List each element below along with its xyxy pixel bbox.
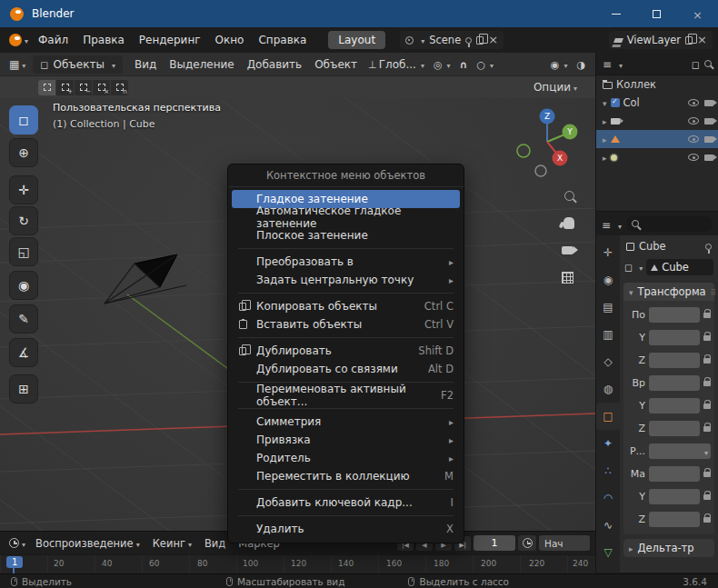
ctx-item-snap[interactable]: Привязка — [232, 431, 460, 449]
mode-select[interactable]: Объекты — [33, 55, 123, 74]
close-button[interactable] — [677, 0, 718, 27]
selectmode-subtract[interactable]: − — [75, 80, 92, 95]
render-toggle-icon[interactable] — [704, 154, 713, 161]
location-z-field[interactable] — [649, 353, 700, 368]
chevron-down-icon[interactable] — [418, 34, 424, 46]
tab-physics[interactable]: ◠ — [596, 484, 620, 512]
collection-checkbox[interactable] — [611, 98, 620, 107]
tab-render[interactable]: ◉ — [596, 266, 620, 294]
tab-scene[interactable]: ◇ — [596, 348, 620, 375]
disclosure-open-icon[interactable] — [603, 96, 607, 109]
tab-output[interactable]: ▤ — [596, 294, 620, 321]
ctx-item-move-to-collection[interactable]: Переместить в коллекциюM — [232, 467, 460, 485]
transform-section-header[interactable]: Трансформа — [623, 283, 714, 301]
browse-mesh-icon[interactable] — [624, 261, 633, 274]
maximize-button[interactable] — [636, 0, 677, 27]
menu-window[interactable]: Окно — [208, 32, 252, 48]
delta-transform-section-header[interactable]: Дельта-тр — [623, 539, 714, 557]
hide-toggle-icon[interactable] — [688, 135, 699, 143]
camera-view-button[interactable] — [555, 238, 579, 262]
selectmode-set[interactable] — [38, 80, 55, 95]
tab-tool[interactable]: ✛ — [596, 239, 620, 266]
frame-start-field[interactable]: Нач — [539, 535, 590, 551]
rotation-z-field[interactable] — [649, 421, 700, 436]
menu-view[interactable]: Вид — [128, 56, 163, 73]
transform-orientation-select[interactable]: Глоб... — [364, 56, 429, 73]
outliner-row-camera[interactable] — [596, 112, 718, 130]
tab-world[interactable]: ◍ — [596, 375, 620, 403]
timeline-editor-type-button[interactable] — [5, 535, 29, 552]
location-x-field[interactable] — [649, 307, 700, 323]
proportional-editing-toggle[interactable] — [472, 56, 498, 73]
ctx-item-rename-active[interactable]: Переименовать активный объект...F2 — [232, 386, 460, 404]
tool-annotate[interactable]: ✎ — [9, 304, 38, 334]
lock-icon[interactable] — [703, 335, 711, 341]
orthographic-toggle-button[interactable] — [555, 265, 579, 289]
ctx-item-delete[interactable]: УдалитьX — [232, 520, 460, 538]
scene-name[interactable]: Scene — [429, 34, 461, 46]
disclosure-closed-icon[interactable] — [603, 115, 607, 127]
workspace-tab-layout[interactable]: Layout — [328, 31, 385, 49]
lock-icon[interactable] — [703, 313, 711, 318]
tool-transform[interactable]: ◉ — [9, 271, 38, 300]
menu-playback[interactable]: Воспроизведение — [29, 535, 146, 552]
disclosure-closed-icon[interactable] — [603, 151, 607, 164]
ctx-item-mirror[interactable]: Симметрия — [232, 413, 460, 431]
menu-add[interactable]: Добавить — [241, 56, 308, 73]
outliner-row-light[interactable] — [596, 148, 718, 166]
new-scene-icon[interactable] — [476, 36, 484, 45]
remove-view-layer-icon[interactable] — [697, 34, 707, 46]
menu-render[interactable]: Рендеринг — [132, 32, 208, 48]
scale-y-field[interactable] — [649, 489, 700, 504]
menu-object[interactable]: Объект — [308, 56, 364, 73]
tab-view-layer[interactable]: ▥ — [596, 321, 620, 348]
menu-edit[interactable]: Правка — [75, 32, 132, 48]
tab-particles[interactable]: ∴ — [596, 457, 620, 484]
cube-object[interactable] — [105, 254, 186, 304]
current-frame-field[interactable]: 1 — [474, 535, 515, 551]
outliner-row-collection[interactable]: Col — [596, 94, 718, 112]
lock-icon[interactable] — [703, 426, 711, 432]
lock-icon[interactable] — [703, 472, 711, 477]
scale-z-field[interactable] — [649, 512, 700, 527]
tool-scale[interactable]: ◱ — [9, 237, 38, 266]
ctx-item-paste-objects[interactable]: Вставить объектыCtrl V — [232, 315, 460, 334]
hide-toggle-icon[interactable] — [688, 99, 699, 106]
snap-target-select[interactable] — [429, 56, 455, 73]
render-toggle-icon[interactable] — [704, 100, 713, 106]
menu-file[interactable]: Файл — [31, 32, 75, 48]
lock-icon[interactable] — [703, 381, 711, 386]
lock-icon[interactable] — [703, 358, 711, 364]
ctx-item-parent[interactable]: Родитель — [232, 449, 460, 467]
menu-keying[interactable]: Кеинг — [146, 535, 198, 552]
mesh-name-field[interactable]: Cube — [646, 259, 713, 275]
ctx-item-duplicate[interactable]: ДублироватьShift D — [232, 342, 460, 360]
options-button[interactable]: Опции — [528, 79, 583, 95]
properties-search-input[interactable] — [626, 216, 713, 232]
render-toggle-icon[interactable] — [704, 136, 713, 143]
rotation-y-field[interactable] — [649, 398, 700, 414]
rotation-x-field[interactable] — [649, 375, 700, 391]
tab-object[interactable]: □ — [596, 403, 620, 430]
pin-icon[interactable] — [465, 37, 472, 44]
snap-toggle[interactable] — [455, 56, 473, 73]
outliner-row-scene-collection[interactable]: Коллек — [596, 75, 718, 94]
scale-x-field[interactable] — [649, 466, 700, 482]
minimize-button[interactable] — [595, 0, 636, 27]
search-icon[interactable] — [704, 60, 712, 67]
tool-cursor[interactable]: ⊕ — [9, 138, 38, 167]
selectmode-extend[interactable]: + — [56, 80, 74, 95]
rotation-mode-select[interactable] — [649, 443, 711, 459]
browse-scene-icon[interactable] — [405, 36, 414, 45]
tool-move[interactable]: ✛ — [9, 175, 38, 204]
lock-icon[interactable] — [703, 404, 711, 409]
view-layer-name[interactable]: ViewLayer — [627, 34, 681, 46]
filter-icon[interactable] — [692, 55, 700, 72]
tool-measure[interactable]: ∡ — [9, 338, 38, 367]
blender-menu-button[interactable] — [6, 32, 31, 48]
selectmode-intersect[interactable]: ∩ — [111, 80, 128, 95]
tool-add-cube[interactable]: ⊞ — [9, 374, 38, 404]
ctx-item-convert-to[interactable]: Преобразовать в — [232, 253, 460, 271]
pin-icon[interactable] — [705, 244, 712, 250]
lock-icon[interactable] — [703, 517, 711, 523]
